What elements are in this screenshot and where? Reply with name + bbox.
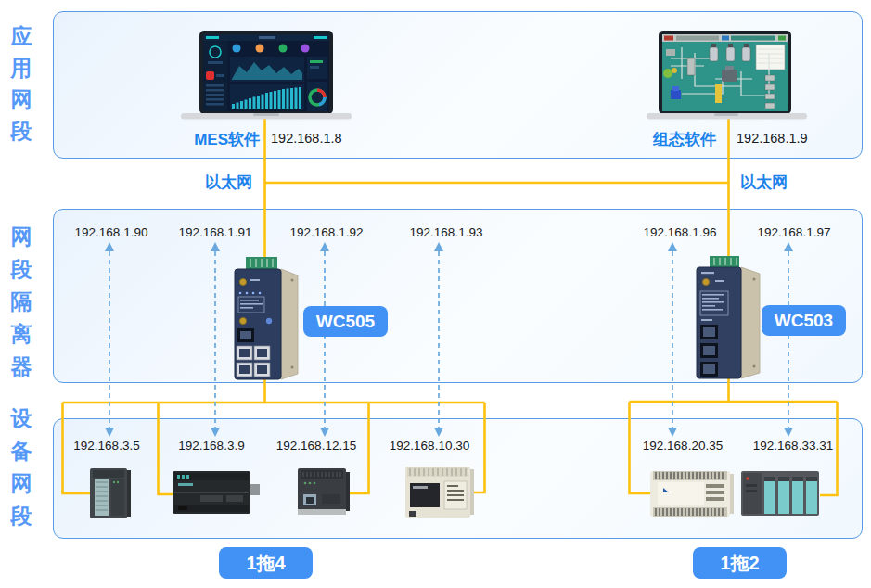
gateway-badge-wc503: WC503 — [762, 305, 846, 336]
device-ip-4: 192.168.10.30 — [378, 439, 480, 453]
mes-laptop-image — [181, 31, 352, 121]
isolator-ip-1: 192.168.1.90 — [60, 225, 162, 239]
isolator-ip-5: 192.168.1.96 — [629, 225, 731, 239]
device-ip-2: 192.168.3.9 — [160, 439, 263, 453]
plc-s7-1200-image — [298, 467, 350, 517]
scada-ip: 192.168.1.9 — [737, 131, 808, 146]
group-badge-1-to-4: 1拖4 — [219, 547, 313, 579]
plc-mitsubishi-fx-image — [405, 465, 474, 519]
isolator-ip-6: 192.168.1.97 — [743, 225, 845, 239]
device-ip-1: 192.168.3.5 — [56, 439, 158, 453]
mes-software-label: MES软件 — [174, 129, 260, 150]
network-topology-diagram: 应用网段 网段隔离器 设备网段 — [0, 0, 871, 588]
plc-delta-dvp-image — [650, 469, 734, 518]
mes-ip: 192.168.1.8 — [271, 131, 342, 146]
isolator-ip-2: 192.168.1.91 — [164, 225, 266, 239]
isolator-ip-3: 192.168.1.92 — [275, 225, 378, 239]
gateway-wc503-image — [687, 256, 769, 380]
gateway-badge-wc505: WC505 — [303, 306, 388, 337]
plc-s7-300-image — [90, 467, 131, 520]
group-badge-1-to-2: 1拖2 — [693, 547, 787, 579]
scada-laptop-image — [630, 31, 808, 121]
plc-s7-400-rack-image — [741, 469, 821, 518]
plc-s7-200-image — [173, 469, 260, 516]
device-ip-6: 192.168.33.31 — [742, 439, 844, 453]
isolator-ip-4: 192.168.1.93 — [395, 225, 497, 239]
band-label-device: 设备网段 — [6, 403, 37, 532]
band-label-application: 应用网段 — [6, 20, 37, 147]
band-label-isolator: 网段隔离器 — [6, 221, 37, 383]
scada-software-label: 组态软件 — [631, 129, 716, 150]
device-ip-5: 192.168.20.35 — [632, 439, 734, 453]
ethernet-label-left: 以太网 — [191, 172, 252, 193]
device-ip-3: 192.168.12.15 — [265, 439, 367, 453]
gateway-wc505-image — [225, 256, 307, 382]
ethernet-label-right: 以太网 — [740, 172, 788, 193]
